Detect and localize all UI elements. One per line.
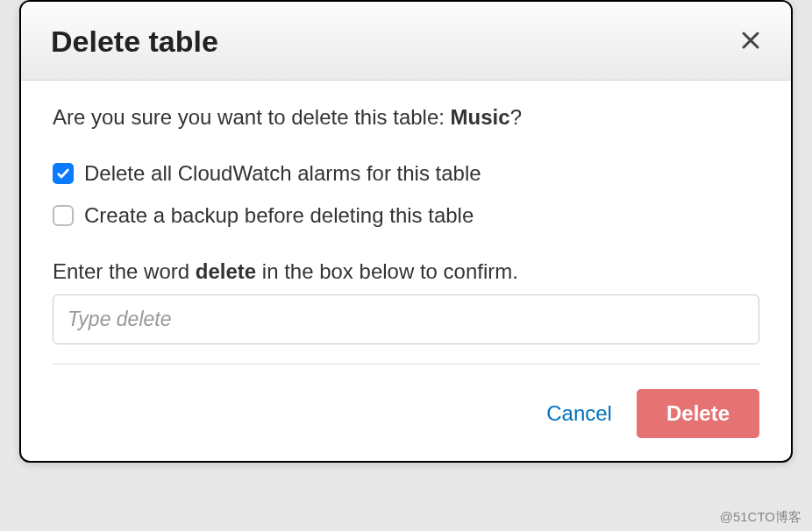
cloudwatch-checkbox-label: Delete all CloudWatch alarms for this ta… bbox=[84, 161, 481, 186]
divider bbox=[53, 364, 759, 365]
modal-backdrop: Delete table Are you sure you want to de… bbox=[0, 0, 812, 531]
table-name: Music bbox=[451, 105, 510, 129]
confirm-suffix: ? bbox=[510, 105, 522, 129]
delete-button[interactable]: Delete bbox=[637, 389, 759, 438]
modal-title: Delete table bbox=[51, 25, 218, 59]
modal-header: Delete table bbox=[21, 2, 791, 81]
instruction-keyword: delete bbox=[196, 259, 256, 283]
instruction-text: Enter the word delete in the box below t… bbox=[53, 259, 759, 284]
modal-body: Are you sure you want to delete this tab… bbox=[21, 81, 791, 373]
confirm-text: Are you sure you want to delete this tab… bbox=[53, 105, 759, 130]
instruction-suffix: in the box below to confirm. bbox=[256, 259, 518, 283]
confirm-input[interactable] bbox=[53, 294, 759, 344]
watermark: @51CTO博客 bbox=[720, 509, 801, 526]
backup-checkbox-row: Create a backup before deleting this tab… bbox=[53, 203, 759, 228]
backup-checkbox[interactable] bbox=[53, 205, 74, 226]
confirm-prefix: Are you sure you want to delete this tab… bbox=[53, 105, 451, 129]
cloudwatch-checkbox[interactable] bbox=[53, 163, 74, 184]
modal-footer: Cancel Delete bbox=[21, 373, 791, 461]
close-icon[interactable] bbox=[740, 29, 761, 55]
cloudwatch-checkbox-row: Delete all CloudWatch alarms for this ta… bbox=[53, 161, 759, 186]
delete-table-modal: Delete table Are you sure you want to de… bbox=[19, 0, 793, 463]
cancel-button[interactable]: Cancel bbox=[546, 401, 612, 426]
instruction-prefix: Enter the word bbox=[53, 259, 196, 283]
backup-checkbox-label: Create a backup before deleting this tab… bbox=[84, 203, 474, 228]
